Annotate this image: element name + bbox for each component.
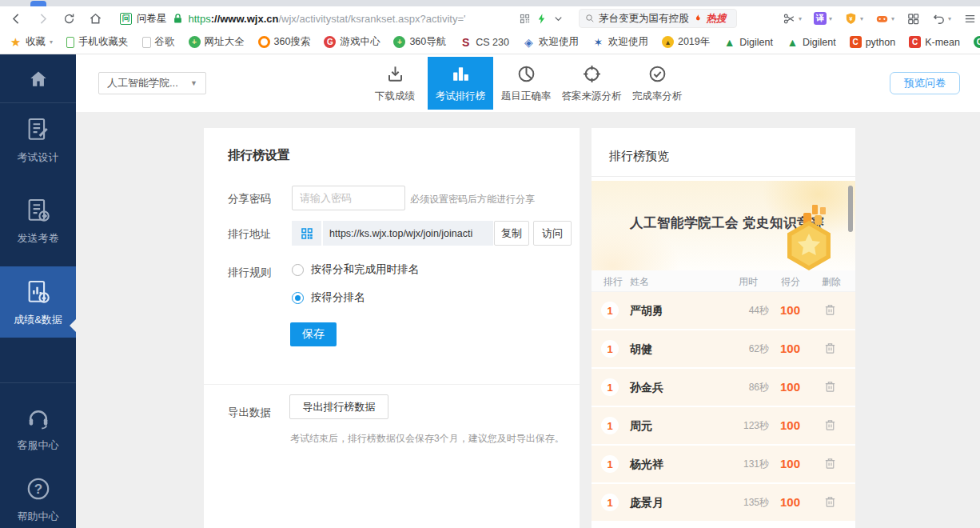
time-used: 44秒 <box>711 292 769 329</box>
home-icon[interactable] <box>89 12 102 26</box>
chevron-down-icon: ▼ <box>190 79 197 87</box>
bookmark-item[interactable]: +360导航 <box>393 35 446 49</box>
bookmark-item[interactable]: ✶欢迎使用 <box>592 35 648 49</box>
rank-table-row: 1 胡健 62秒 100 <box>592 330 855 367</box>
sidebar-item-help[interactable]: ? 帮助中心 <box>0 475 76 524</box>
participant-name: 严胡勇 <box>630 292 663 329</box>
bookmark-item[interactable]: 手机收藏夹 <box>66 35 129 49</box>
delete-row-button[interactable] <box>823 495 837 509</box>
chevron-down-icon[interactable] <box>552 13 564 25</box>
bookmark-label: 360导航 <box>409 35 446 49</box>
search-box[interactable]: 茅台变更为国有控股 热搜 <box>579 9 737 28</box>
menu-button[interactable] <box>963 12 977 26</box>
qr-code-button[interactable] <box>292 221 321 246</box>
bookmark-label: 游戏中心 <box>340 35 380 49</box>
address-bar[interactable]: 问 问卷星 https://www.wjx.cn/wjx/activitysta… <box>114 8 571 29</box>
lightning-icon[interactable] <box>536 13 548 25</box>
rank-badge: 1 <box>601 455 619 473</box>
bookmark-item[interactable]: CK-mean <box>909 36 960 48</box>
undo-history-button[interactable]: ▾ <box>932 12 951 26</box>
bookmark-item[interactable]: Cjieba首 <box>974 35 980 49</box>
gamepad-icon <box>875 12 889 26</box>
settings-title: 排行榜设置 <box>228 147 290 164</box>
score-value: 100 <box>780 369 800 406</box>
browser-tab[interactable] <box>30 1 46 6</box>
bookmark-item[interactable]: ▲Digilent <box>723 36 773 48</box>
tab-download-scores[interactable]: 下载成绩 <box>362 57 428 110</box>
forward-icon[interactable] <box>36 12 50 26</box>
trash-icon <box>823 380 837 394</box>
time-used: 131秒 <box>711 446 769 482</box>
qr-code-icon <box>300 226 314 241</box>
sidebar-item-home[interactable] <box>0 69 76 90</box>
participant-name: 杨光祥 <box>630 446 663 482</box>
rank-table-body: 1 严胡勇 44秒 100 1 胡健 62秒 100 1 孙金兵 86秒 100… <box>592 292 855 522</box>
tab-answer-source[interactable]: 答案来源分析 <box>559 57 624 110</box>
bookmark-item[interactable]: +网址大全 <box>189 35 245 49</box>
delete-row-button[interactable] <box>823 303 837 317</box>
wallet-shield-button[interactable]: ¥ ▾ <box>844 12 863 26</box>
trash-icon <box>823 303 837 317</box>
bookmark-label: CS 230 <box>476 37 509 48</box>
bookmark-item[interactable]: G游戏中心 <box>324 35 380 49</box>
bookmark-item[interactable]: 360搜索 <box>258 35 311 49</box>
hamburger-menu-icon <box>963 12 977 26</box>
sidebar-item-support[interactable]: 客服中心 <box>0 404 76 453</box>
survey-selector-dropdown[interactable]: 人工智能学院... ▼ <box>98 72 206 94</box>
bookmark-item[interactable]: SCS 230 <box>460 36 509 48</box>
grid-icon <box>906 12 920 26</box>
bookmark-label: 360搜索 <box>274 35 311 49</box>
ranking-settings-card: 排行榜设置 分享密码 必须设置密码后方能进行分享 排行地址 https://ks… <box>204 128 580 528</box>
bookmark-item[interactable]: ◈欢迎使用 <box>523 35 579 49</box>
column-header-rank: 排行 <box>604 275 623 289</box>
bookmark-item[interactable]: ★收藏▾ <box>10 35 53 49</box>
scrollbar-thumb[interactable] <box>848 186 853 232</box>
delete-row-button[interactable] <box>823 380 837 394</box>
trash-icon <box>823 342 837 355</box>
page-header: 人工智能学院... ▼ 下载成绩 考试排行榜 题目正确率 答 <box>76 54 980 112</box>
c-circle-icon: C <box>974 36 980 48</box>
copy-button[interactable]: 复制 <box>494 221 529 246</box>
browser-toolbar: 问 问卷星 https://www.wjx.cn/wjx/activitysta… <box>0 6 980 30</box>
bookmark-label: 欢迎使用 <box>608 35 648 49</box>
export-ranking-data-button[interactable]: 导出排行榜数据 <box>289 394 388 419</box>
content-area: 排行榜设置 分享密码 必须设置密码后方能进行分享 排行地址 https://ks… <box>76 112 980 528</box>
radio-rank-by-score-and-time[interactable]: 按得分和完成用时排名 <box>292 262 419 277</box>
score-value: 100 <box>780 484 800 521</box>
pie-icon <box>516 64 536 84</box>
bookmark-item[interactable]: ▲Digilent <box>787 36 836 48</box>
tab-exam-ranking[interactable]: 考试排行榜 <box>428 57 493 110</box>
games-button[interactable]: ▾ <box>875 12 894 26</box>
back-icon[interactable] <box>10 12 23 26</box>
qr-code-icon[interactable] <box>519 13 531 25</box>
export-data-label: 导出数据 <box>228 406 271 420</box>
sidebar-item-send-exam[interactable]: 发送考卷 <box>0 197 76 246</box>
translate-button[interactable]: 译 ▾ <box>814 12 832 25</box>
rank-badge: 1 <box>601 302 619 319</box>
sidebar-item-scores-data[interactable]: 成绩&数据 <box>0 266 76 338</box>
delete-row-button[interactable] <box>823 418 837 432</box>
bookmark-item[interactable]: ▴2019年 <box>662 35 710 49</box>
tab-question-accuracy[interactable]: 题目正确率 <box>493 57 559 110</box>
share-password-input[interactable] <box>292 186 405 210</box>
participant-name: 孙金兵 <box>630 369 663 406</box>
sidebar: 考试设计 发送考卷 成绩&数据 客服中心 ? 帮助中心 <box>0 54 76 528</box>
bookmark-item[interactable]: Cpython <box>850 36 896 48</box>
screenshot-scissors-button[interactable]: ▾ <box>783 12 802 26</box>
delete-row-button[interactable] <box>823 457 837 470</box>
scissors-icon <box>783 12 796 26</box>
refresh-icon[interactable] <box>62 12 76 26</box>
visit-button[interactable]: 访问 <box>533 221 572 246</box>
bookmarks-bar: ★收藏▾手机收藏夹谷歌+网址大全360搜索G游戏中心+360导航SCS 230◈… <box>0 30 980 54</box>
sidebar-item-label: 成绩&数据 <box>14 313 62 327</box>
apps-grid-button[interactable] <box>906 12 920 26</box>
sidebar-item-exam-design[interactable]: 考试设计 <box>0 116 76 165</box>
bookmark-item[interactable]: 谷歌 <box>142 35 175 49</box>
tab-completion-rate[interactable]: 完成率分析 <box>624 57 690 110</box>
save-button[interactable]: 保存 <box>290 322 337 346</box>
delete-row-button[interactable] <box>823 342 837 355</box>
radio-rank-by-score[interactable]: 按得分排名 <box>292 290 365 305</box>
preview-survey-button[interactable]: 预览问卷 <box>890 72 960 94</box>
c-square-icon: C <box>909 36 921 48</box>
bookmark-label: python <box>866 37 896 48</box>
